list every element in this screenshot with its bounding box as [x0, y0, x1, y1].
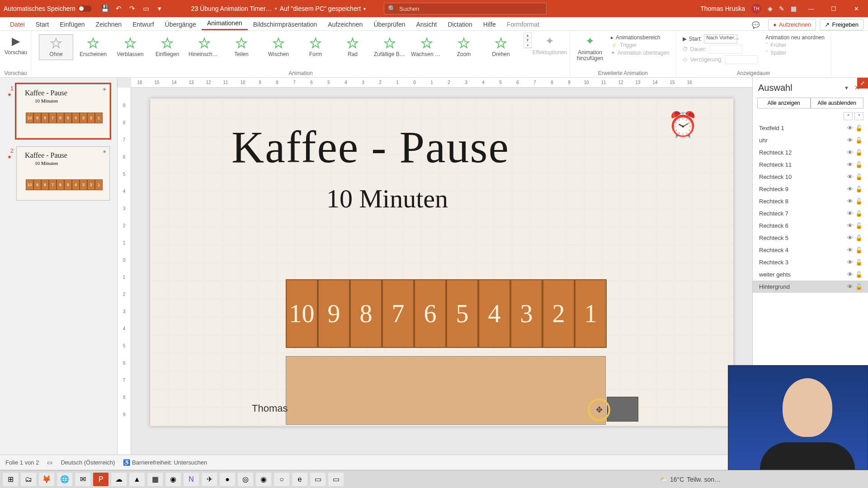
tab-start[interactable]: Start — [30, 19, 55, 30]
timer-cell[interactable]: 4 — [478, 279, 510, 348]
tab-file[interactable]: Datei — [5, 19, 30, 30]
slide-thumbnail[interactable]: ✶Kaffee - Pause10 Minuten10987654321 — [16, 84, 110, 138]
animation-verblassen[interactable]: Verblassen — [113, 34, 147, 60]
app-icon-2[interactable]: ▦ — [147, 473, 163, 486]
search-input[interactable] — [399, 5, 542, 12]
selection-item[interactable]: Rechteck 10👁🔓 — [753, 171, 868, 183]
comments-icon[interactable]: 💬 — [750, 19, 761, 30]
animation-drehen[interactable]: Drehen — [484, 34, 518, 60]
window-layout-icon[interactable]: ▦ — [791, 5, 797, 12]
selection-item[interactable]: Rechteck 3👁🔓 — [753, 256, 868, 268]
visibility-icon[interactable]: 👁 — [845, 210, 854, 217]
animation-ohne[interactable]: Ohne — [39, 34, 73, 60]
tab-entwurf[interactable]: Entwurf — [127, 19, 159, 30]
selection-item[interactable]: Rechteck 8👁🔓 — [753, 195, 868, 207]
alarm-clock-icon[interactable]: ⏰ — [668, 110, 698, 139]
tab-hilfe[interactable]: Hilfe — [478, 19, 501, 30]
visibility-icon[interactable]: 👁 — [845, 259, 854, 266]
tab-dictation[interactable]: Dictation — [442, 19, 477, 30]
windows-taskbar[interactable]: ⊞ 🗂 🦊 🌐 ✉ P ☁ ▲ ▦ ◉ N ✈ ● ◎ ◉ ○ e ▭ ▭ ⛅ … — [0, 470, 868, 488]
selection-item[interactable]: uhr👁🔓 — [753, 134, 868, 146]
tab-zeichnen[interactable]: Zeichnen — [90, 19, 127, 30]
selection-item[interactable]: Rechteck 11👁🔓 — [753, 159, 868, 171]
tab-formformat[interactable]: Formformat — [501, 19, 545, 30]
vlc-icon[interactable]: ▲ — [129, 473, 145, 486]
close-button[interactable]: ✕ — [848, 2, 864, 15]
animation-zoom[interactable]: Zoom — [447, 34, 481, 60]
selection-item[interactable]: Rechteck 5👁🔓 — [753, 232, 868, 244]
selection-item[interactable]: Rechteck 7👁🔓 — [753, 207, 868, 220]
document-title[interactable]: 23 Übung Animation Timer… • Auf "diesem … — [191, 5, 366, 12]
accessibility-check[interactable]: ♿ Barrierefreiheit: Untersuchen — [123, 459, 207, 466]
gallery-scroll[interactable]: ▲▼▾ — [524, 33, 532, 48]
visibility-icon[interactable]: 👁 — [845, 283, 854, 290]
lock-icon[interactable]: 🔓 — [854, 149, 863, 156]
lock-icon[interactable]: 🔓 — [854, 125, 863, 131]
tab-einfuegen[interactable]: Einfügen — [54, 19, 90, 30]
tab-ansicht[interactable]: Ansicht — [410, 19, 442, 30]
timer-cell[interactable]: 10 — [286, 279, 318, 348]
start-combo[interactable]: Nach Vorher… — [704, 34, 737, 43]
visibility-icon[interactable]: 👁 — [845, 125, 854, 131]
animation-zufällige ba…[interactable]: Zufällige Ba… — [373, 34, 407, 60]
app-icon-4[interactable]: ● — [220, 473, 235, 486]
lock-icon[interactable]: 🔓 — [854, 186, 863, 192]
start-menu-icon[interactable]: ⊞ — [3, 473, 18, 486]
timer-cell[interactable]: 5 — [446, 279, 478, 348]
share-button[interactable]: ↗Freigeben — [820, 19, 863, 30]
coming-soon-icon[interactable]: ◈ — [768, 5, 773, 12]
animation-rad[interactable]: Rad — [335, 34, 370, 60]
timer-cell[interactable]: 3 — [510, 279, 542, 348]
lock-icon[interactable]: 🔓 — [854, 198, 863, 205]
author-text[interactable]: Thomas — [252, 403, 288, 414]
selection-item[interactable]: Rechteck 9👁🔓 — [753, 183, 868, 195]
lock-icon[interactable]: 🔓 — [854, 222, 863, 229]
app-icon-3[interactable]: ◉ — [165, 473, 181, 486]
visibility-icon[interactable]: 👁 — [845, 222, 854, 229]
animation-hineinschw…[interactable]: Hineinschw… — [187, 34, 222, 60]
language-indicator[interactable]: Deutsch (Österreich) — [61, 459, 115, 466]
visibility-icon[interactable]: 👁 — [845, 247, 854, 253]
animation-gallery[interactable]: OhneErscheinenVerblassenEinfliegenHinein… — [35, 33, 522, 62]
selection-item[interactable]: Rechteck 4👁🔓 — [753, 244, 868, 256]
app-icon[interactable]: ☁ — [111, 473, 127, 486]
selection-item[interactable]: weiter gehts👁🔓 — [753, 268, 868, 281]
visibility-icon[interactable]: 👁 — [845, 198, 854, 205]
animation-wachsen u…[interactable]: Wachsen u… — [410, 34, 444, 60]
present-from-start-icon[interactable]: ▭ — [142, 4, 151, 13]
show-all-button[interactable]: Alle anzeigen — [757, 98, 811, 108]
timer-cell[interactable]: 1 — [575, 279, 607, 348]
tab-uebergaenge[interactable]: Übergänge — [160, 19, 202, 30]
user-name-label[interactable]: Thomas Hruska — [700, 5, 745, 12]
slide-canvas[interactable]: Kaffee - Pause 10 Minuten ⏰ 10987654321 … — [150, 99, 733, 426]
lock-icon[interactable]: 🔓 — [854, 259, 863, 266]
timer-cell[interactable]: 6 — [414, 279, 446, 348]
visibility-icon[interactable]: 👁 — [845, 137, 854, 144]
animation-wischen[interactable]: Wischen — [261, 34, 296, 60]
maximize-button[interactable]: ☐ — [826, 2, 842, 15]
timer-cell[interactable]: 7 — [382, 279, 414, 348]
visibility-icon[interactable]: 👁 — [845, 271, 854, 278]
telegram-icon[interactable]: ✈ — [202, 473, 217, 486]
quick-access-more-icon[interactable]: ▾ — [155, 4, 164, 13]
minimize-button[interactable]: — — [803, 2, 819, 15]
selection-item[interactable]: Rechteck 6👁🔓 — [753, 220, 868, 232]
animation-einfliegen[interactable]: Einfliegen — [150, 34, 184, 60]
app-icon-7[interactable]: ▭ — [310, 473, 326, 486]
pane-dropdown-icon[interactable]: ▾ — [841, 82, 852, 93]
record-button[interactable]: ●Aufzeichnen — [768, 19, 816, 30]
redo-icon[interactable]: ↷ — [128, 4, 137, 13]
lock-icon[interactable]: 🔓 — [854, 283, 863, 290]
timer-bar[interactable]: 10987654321 — [286, 279, 607, 348]
app-icon-6[interactable]: ○ — [274, 473, 289, 486]
lock-icon[interactable]: 🔓 — [854, 161, 863, 168]
timer-cell[interactable]: 8 — [350, 279, 382, 348]
undo-icon[interactable]: ↶ — [114, 4, 123, 13]
powerpoint-icon[interactable]: P — [93, 473, 108, 486]
move-down-icon[interactable]: ˅ — [854, 112, 863, 120]
cover-rectangle[interactable] — [286, 356, 606, 425]
animation-erscheinen[interactable]: Erscheinen — [76, 34, 110, 60]
lock-icon[interactable]: 🔓 — [854, 235, 863, 241]
slide-thumbnail[interactable]: ✶Kaffee - Pause10 Minuten10987654321 — [16, 146, 110, 201]
selection-item[interactable]: Rechteck 12👁🔓 — [753, 146, 868, 159]
